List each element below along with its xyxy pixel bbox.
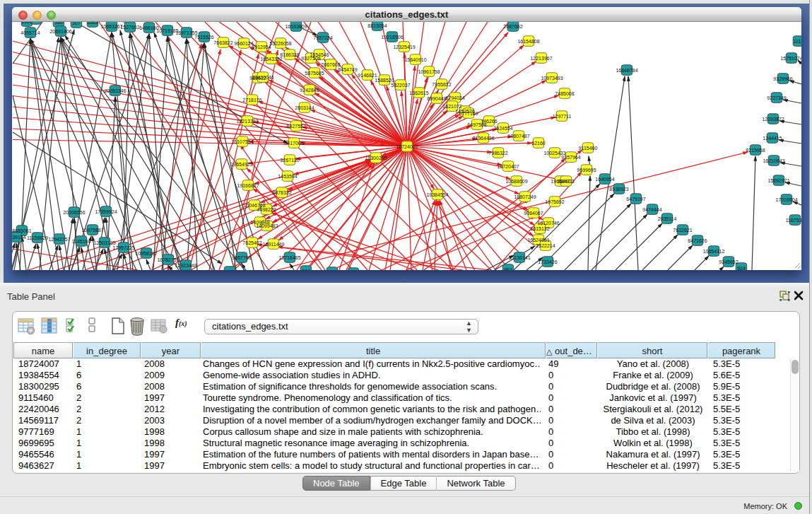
svg-text:12923448: 12923448 (175, 263, 196, 268)
svg-text:10958187: 10958187 (135, 251, 157, 256)
svg-text:16210643: 16210643 (763, 158, 784, 163)
svg-text:1362615: 1362615 (409, 90, 428, 95)
svg-text:1621072: 1621072 (442, 104, 461, 109)
svg-text:16782759: 16782759 (157, 257, 179, 262)
svg-text:962: 962 (504, 267, 512, 271)
svg-text:8878332: 8878332 (272, 190, 291, 195)
svg-text:20691406: 20691406 (49, 29, 71, 34)
svg-text:16107554: 16107554 (231, 139, 253, 144)
svg-text:21364436: 21364436 (472, 136, 494, 141)
svg-text:18724007: 18724007 (396, 144, 418, 149)
svg-text:17359924: 17359924 (95, 209, 117, 214)
svg-text:16120746: 16120746 (537, 221, 559, 226)
svg-text:10973493: 10973493 (541, 76, 563, 81)
svg-text:12942757: 12942757 (48, 237, 70, 242)
svg-text:9699695: 9699695 (577, 168, 596, 173)
svg-text:1654546: 1654546 (310, 52, 329, 57)
svg-text:2935114: 2935114 (658, 216, 677, 221)
svg-text:9657791: 9657791 (232, 255, 251, 260)
svg-text:12325419: 12325419 (393, 45, 415, 49)
svg-text:15692971: 15692971 (767, 178, 789, 183)
svg-text:16648784: 16648784 (616, 68, 637, 73)
svg-text:3624554: 3624554 (493, 126, 512, 131)
svg-text:16154808: 16154808 (517, 39, 539, 44)
svg-text:62160: 62160 (531, 141, 546, 146)
svg-text:2639154: 2639154 (12, 235, 26, 240)
svg-text:17016504: 17016504 (775, 197, 797, 202)
svg-text:7357224: 7357224 (313, 35, 332, 40)
svg-text:9357964: 9357964 (561, 155, 580, 160)
svg-text:8813054: 8813054 (367, 23, 387, 28)
svg-text:15640910: 15640910 (404, 57, 426, 62)
svg-text:9660124: 9660124 (234, 41, 253, 46)
svg-text:18807249: 18807249 (514, 194, 536, 199)
svg-text:12503135: 12503135 (93, 240, 115, 245)
svg-text:2687682: 2687682 (503, 24, 522, 29)
svg-text:1453594: 1453594 (278, 174, 297, 179)
svg-text:4055714: 4055714 (20, 30, 40, 35)
svg-text:884923: 884923 (558, 179, 574, 184)
svg-text:166: 166 (54, 22, 63, 25)
svg-text:15136141: 15136141 (508, 255, 530, 260)
svg-text:2718176: 2718176 (242, 98, 261, 103)
svg-text:104: 104 (302, 269, 310, 271)
svg-text:8912954: 8912954 (252, 45, 271, 49)
svg-text:10688609: 10688609 (505, 179, 527, 184)
svg-text:16543382: 16543382 (260, 57, 282, 62)
svg-text:15720407: 15720407 (497, 164, 519, 169)
svg-text:16033809: 16033809 (285, 24, 307, 29)
svg-text:16911449: 16911449 (263, 242, 285, 247)
svg-text:9242848: 9242848 (300, 88, 319, 93)
svg-text:12093872: 12093872 (762, 117, 784, 122)
svg-text:16524861: 16524861 (527, 238, 549, 243)
svg-text:1167534: 1167534 (786, 218, 801, 223)
svg-text:8454749: 8454749 (338, 67, 357, 72)
svg-text:13716485: 13716485 (278, 255, 300, 260)
svg-text:7515526: 7515526 (194, 35, 213, 40)
svg-text:1527602: 1527602 (120, 25, 139, 30)
svg-text:12213383: 12213383 (236, 119, 258, 124)
svg-text:8655061: 8655061 (12, 228, 31, 233)
svg-text:10654112: 10654112 (703, 249, 725, 254)
svg-text:9084067: 9084067 (524, 211, 543, 216)
svg-text:12213967: 12213967 (530, 56, 552, 61)
svg-text:2522214: 2522214 (536, 243, 555, 248)
svg-text:8186328: 8186328 (280, 52, 299, 57)
svg-text:53226058: 53226058 (269, 41, 291, 46)
svg-text:9777169: 9777169 (459, 111, 478, 116)
svg-text:20053346: 20053346 (104, 88, 126, 93)
svg-text:1297711: 1297711 (553, 114, 572, 119)
svg-text:1975692: 1975692 (545, 199, 564, 204)
svg-text:17957225: 17957225 (112, 245, 134, 250)
svg-text:1145194: 1145194 (72, 239, 91, 244)
svg-text:1663: 1663 (87, 22, 98, 25)
svg-text:166: 166 (328, 270, 336, 271)
svg-text:7485008: 7485008 (555, 91, 574, 96)
svg-text:9329966: 9329966 (773, 76, 792, 81)
svg-text:19654923: 19654923 (230, 162, 252, 167)
svg-text:14099483: 14099483 (256, 223, 278, 228)
svg-text:10653267: 10653267 (100, 24, 122, 29)
svg-text:19218506: 19218506 (381, 35, 403, 40)
svg-text:4498222: 4498222 (257, 207, 276, 212)
svg-text:8471626: 8471626 (688, 238, 707, 243)
svg-text:11156829: 11156829 (27, 235, 48, 240)
svg-text:2803144: 2803144 (295, 105, 314, 110)
svg-text:1615132: 1615132 (530, 226, 549, 231)
svg-text:6497568: 6497568 (467, 122, 486, 127)
svg-text:8938923: 8938923 (609, 187, 628, 192)
svg-text:20206556: 20206556 (63, 210, 85, 215)
svg-text:9146821: 9146821 (358, 73, 377, 78)
svg-text:7986322: 7986322 (488, 151, 507, 156)
svg-text:18300295: 18300295 (365, 156, 387, 160)
svg-text:1663: 1663 (21, 22, 33, 24)
svg-text:1588520: 1588520 (375, 78, 394, 83)
svg-text:1244415: 1244415 (763, 136, 782, 141)
svg-text:1733426: 1733426 (538, 259, 557, 264)
svg-text:3267130: 3267130 (280, 158, 299, 163)
svg-text:9245652: 9245652 (719, 259, 738, 264)
svg-text:1640954: 1640954 (595, 177, 614, 182)
svg-text:5875685: 5875685 (305, 71, 324, 76)
svg-text:19384554: 19384554 (426, 192, 448, 197)
svg-text:924: 924 (737, 266, 746, 271)
